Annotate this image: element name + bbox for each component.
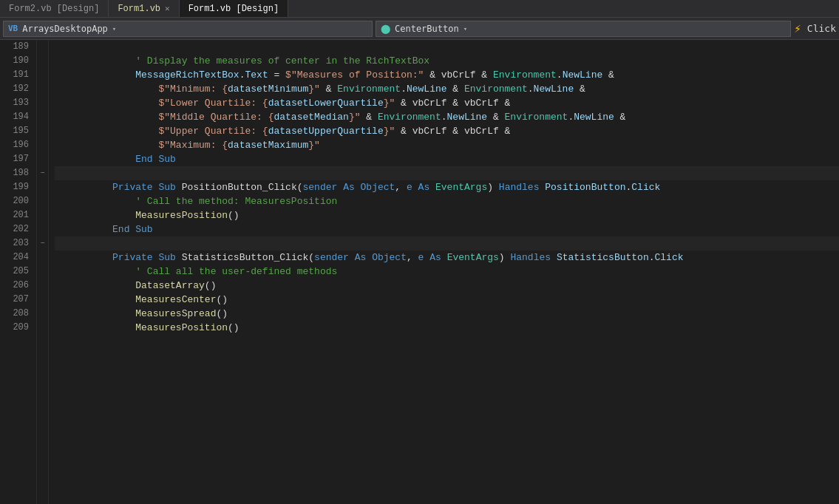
- collapse-column: − −: [37, 40, 49, 504]
- line-num-191: 191: [7, 68, 29, 82]
- collapse-201: [37, 208, 48, 222]
- line-num-189: 189: [7, 40, 29, 54]
- collapse-196: [37, 138, 48, 152]
- component-icon: ⬤: [381, 24, 390, 34]
- code-editor[interactable]: ' Display the measures of center in the …: [49, 40, 839, 504]
- collapse-204: [37, 251, 48, 265]
- collapse-202: [37, 222, 48, 236]
- toolbar: VB ArraysDesktopApp ▾ ⬤ CenterButton ▾ ⚡…: [0, 18, 839, 40]
- method-dropdown-value: CenterButton: [395, 24, 459, 34]
- line-num-195: 195: [7, 124, 29, 138]
- collapse-192: [37, 82, 48, 96]
- class-dropdown-arrow: ▾: [112, 25, 116, 33]
- collapse-190: [37, 54, 48, 68]
- line-num-203: 203: [7, 236, 29, 251]
- collapse-191: [37, 68, 48, 82]
- line-num-197: 197: [7, 152, 29, 166]
- collapse-207: [37, 293, 48, 307]
- line-num-192: 192: [7, 82, 29, 96]
- line-num-198: 198: [7, 166, 29, 180]
- line-num-208: 208: [7, 307, 29, 321]
- tab-form2-design-label: Form2.vb [Design]: [9, 4, 99, 14]
- code-area: 189 190 191 192 193 194 195 196 197 198 …: [0, 40, 839, 504]
- tab-form1-vb[interactable]: Form1.vb ✕: [109, 0, 179, 17]
- line-num-200: 200: [7, 194, 29, 208]
- line-num-209: 209: [7, 321, 29, 335]
- collapse-197: [37, 152, 48, 166]
- collapse-195: [37, 124, 48, 138]
- line-189: ' Display the measures of center in the …: [55, 40, 839, 54]
- event-label: Click: [807, 23, 836, 34]
- tab-form1-design-label: Form1.vb [Design]: [188, 4, 279, 14]
- tab-form1-design[interactable]: Form1.vb [Design]: [180, 0, 288, 17]
- line-198: Private Sub PositionButton_Click(sender …: [55, 166, 839, 180]
- collapse-198[interactable]: −: [37, 166, 48, 180]
- line-num-201: 201: [7, 208, 29, 222]
- collapse-203[interactable]: −: [37, 236, 48, 251]
- class-dropdown[interactable]: VB ArraysDesktopApp ▾: [3, 21, 373, 37]
- line-num-190: 190: [7, 54, 29, 68]
- line-202: [55, 222, 839, 236]
- line-num-194: 194: [7, 110, 29, 124]
- collapse-199: [37, 180, 48, 194]
- collapse-189: [37, 40, 48, 54]
- tab-form2-design[interactable]: Form2.vb [Design]: [0, 0, 109, 17]
- line-num-202: 202: [7, 222, 29, 236]
- method-dropdown-arrow: ▾: [463, 25, 467, 33]
- line-num-205: 205: [7, 265, 29, 279]
- collapse-209: [37, 321, 48, 335]
- line-num-193: 193: [7, 96, 29, 110]
- collapse-205: [37, 265, 48, 279]
- class-dropdown-value: ArraysDesktopApp: [22, 24, 108, 34]
- line-num-206: 206: [7, 279, 29, 293]
- collapse-200: [37, 194, 48, 208]
- vb-icon: VB: [8, 24, 18, 33]
- tab-form1-vb-close-icon[interactable]: ✕: [165, 4, 170, 13]
- collapse-193: [37, 96, 48, 110]
- line-num-204: 204: [7, 251, 29, 265]
- tab-bar: Form2.vb [Design] Form1.vb ✕ Form1.vb [D…: [0, 0, 839, 18]
- collapse-208: [37, 307, 48, 321]
- collapse-206: [37, 279, 48, 293]
- line-num-196: 196: [7, 138, 29, 152]
- collapse-194: [37, 110, 48, 124]
- method-dropdown[interactable]: ⬤ CenterButton ▾: [376, 21, 791, 37]
- tab-form1-vb-label: Form1.vb: [118, 4, 160, 14]
- event-bolt-icon: ⚡: [794, 21, 801, 36]
- line-203: Private Sub StatisticsButton_Click(sende…: [55, 236, 839, 251]
- line-numbers: 189 190 191 192 193 194 195 196 197 198 …: [0, 40, 37, 504]
- line-num-199: 199: [7, 180, 29, 194]
- method-area: ⬤ CenterButton ▾ ⚡ Click: [376, 21, 836, 37]
- line-num-207: 207: [7, 293, 29, 307]
